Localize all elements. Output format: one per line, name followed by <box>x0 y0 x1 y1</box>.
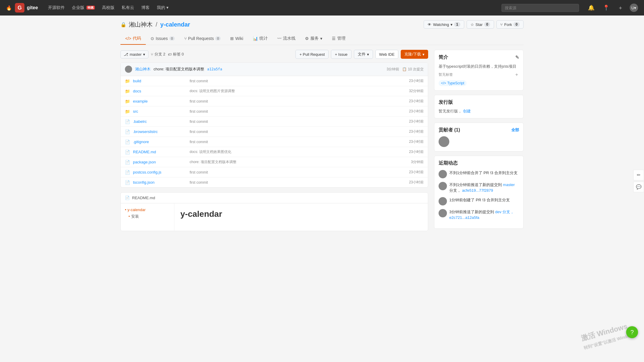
file-link[interactable]: .gitignore <box>133 140 187 144</box>
location-icon[interactable]: 📍 <box>601 4 611 12</box>
search-input[interactable] <box>501 4 579 12</box>
file-commit-msg: first commit <box>190 79 406 83</box>
edit-icon[interactable]: ✎ <box>515 55 519 60</box>
activity-commit-link[interactable]: acfe519...77f2879 <box>462 188 493 193</box>
user-avatar[interactable]: U▾ <box>630 4 638 12</box>
branch-chevron: ▾ <box>143 52 145 57</box>
table-row: 📄 postcss.config.js first commit 23小时前 <box>121 167 428 177</box>
commit-sha[interactable]: a12a5fa <box>207 67 222 71</box>
file-icon: 📄 <box>125 170 130 175</box>
table-row: 📄 package.json chore: 项目配置文档版本调整 3分钟前 <box>121 157 428 167</box>
nav-private[interactable]: 私有云 <box>119 3 137 12</box>
commit-user[interactable]: 湘山神木 <box>135 66 151 72</box>
readme-title: y-calendar <box>180 209 422 219</box>
toc-item[interactable]: •y-calendar <box>125 208 170 212</box>
add-tag-icon[interactable]: ＋ <box>514 72 519 78</box>
tab-pullrequests[interactable]: ⑂ Pull Requests 0 <box>179 33 226 44</box>
file-commit-msg: first commit <box>190 130 406 134</box>
tab-stats[interactable]: 📊 统计 <box>248 33 273 45</box>
file-link[interactable]: .babelrc <box>133 119 187 124</box>
logo-icon: G <box>15 3 24 13</box>
file-link[interactable]: README.md <box>133 150 187 154</box>
file-link[interactable]: postcss.config.js <box>133 170 187 174</box>
file-link[interactable]: example <box>133 99 187 103</box>
all-contributors-link[interactable]: 全部 <box>511 127 519 133</box>
pr-icon: ⑂ <box>184 36 187 41</box>
nav-mine[interactable]: 我的 ▾ <box>154 3 171 12</box>
table-row: 📄 .browserslistrc first commit 23小时前 <box>121 127 428 137</box>
table-row: 📁 build first commit 23小时前 <box>121 76 428 86</box>
tab-issues[interactable]: ⊙ Issues 0 <box>146 33 179 44</box>
star-button[interactable]: ☆ Star 0 <box>467 20 494 29</box>
branch-selector[interactable]: ⎇ master ▾ <box>120 50 148 58</box>
commit-bar: 湘山神木 chore: 项目配置文档版本调整 a12a5fa 3分钟前 📋 10… <box>121 63 428 76</box>
code-tag-icon: </> <box>441 81 446 85</box>
create-release-link[interactable]: 创建 <box>463 109 471 113</box>
toolbar-row: ⎇ master ▾ ⑂ 分支 2 🏷 标签 0 + Pull Request … <box>120 50 428 59</box>
add-icon[interactable]: ＋ <box>616 4 625 12</box>
activity-branch-link[interactable]: master <box>503 182 515 187</box>
typescript-tag[interactable]: </> TypeScript <box>439 80 467 86</box>
file-time: 32分钟前 <box>409 89 424 94</box>
table-row: 📄 tsconfig.json first commit 23小时前 <box>121 177 428 187</box>
site-logo[interactable]: 🔥 G gitee <box>6 3 38 13</box>
repo-owner[interactable]: 湘山神木 <box>129 21 153 29</box>
commit-user-avatar <box>125 66 132 73</box>
file-link[interactable]: docs <box>133 89 187 93</box>
repo-slash: / <box>156 21 157 28</box>
tab-code[interactable]: </> 代码 <box>120 33 146 45</box>
issue-button[interactable]: + Issue <box>331 50 351 59</box>
release-section: 发行版 暂无发行版， 创建 <box>434 95 524 118</box>
file-icon: 📄 <box>125 119 130 124</box>
file-link[interactable]: build <box>133 79 187 83</box>
download-button[interactable]: 克隆/下载 ▾ <box>401 50 428 59</box>
readme-content: •y-calendar •安装 y-calendar <box>121 203 428 231</box>
intro-description: 基于typescript封装的日历依赖，支持js\ts项目 <box>439 64 519 70</box>
content-area: ⎇ master ▾ ⑂ 分支 2 🏷 标签 0 + Pull Request … <box>120 50 524 231</box>
chat-button[interactable]: 💬 <box>633 182 644 192</box>
intro-title: 简介 ✎ <box>439 54 519 61</box>
tab-manage[interactable]: ☰ 管理 <box>327 33 350 45</box>
commit-count: 📋 10 次提交 <box>402 67 424 72</box>
file-icon: 📄 <box>125 129 130 134</box>
pull-request-button[interactable]: + Pull Request <box>295 50 329 59</box>
code-icon: </> <box>125 36 131 41</box>
pipeline-icon: 〰 <box>277 36 281 41</box>
activity-commit-link[interactable]: e2c721...a12a5fa <box>449 215 479 220</box>
main-container: 🔒 湘山神木 / y-calendar 👁 Watching ▾ 1 ☆ Sta… <box>113 16 531 236</box>
readme-header: 📄 README.md <box>121 193 428 203</box>
activity-branch-link[interactable]: dev 分支， <box>495 210 514 214</box>
file-time: 23小时前 <box>409 78 424 83</box>
fork-button[interactable]: ⑂ Fork 0 <box>496 20 524 29</box>
tab-wiki[interactable]: ⊞ Wiki <box>225 33 248 44</box>
side-panel: 简介 ✎ 基于typescript封装的日历依赖，支持js\ts项目 暂无标签 … <box>434 50 524 231</box>
file-commit-msg: first commit <box>190 180 406 185</box>
repo-name[interactable]: y-calendar <box>160 21 190 28</box>
file-link[interactable]: package.json <box>133 160 187 164</box>
enterprise-badge: 特惠 <box>86 6 95 10</box>
file-icon: 📄 <box>125 150 130 154</box>
tab-services[interactable]: ⚙ 服务 ▾ <box>300 33 327 45</box>
toc-item[interactable]: •安装 <box>125 214 170 219</box>
contributor-avatar <box>439 136 449 147</box>
nav-enterprise[interactable]: 企业版 特惠 <box>69 3 98 12</box>
tab-pipeline[interactable]: 〰 流水线 <box>273 33 300 45</box>
folder-icon: 📁 <box>125 79 130 83</box>
file-time: 23小时前 <box>409 170 424 175</box>
file-link[interactable]: src <box>133 109 187 114</box>
file-icon: 📄 <box>125 180 130 185</box>
feedback-button[interactable]: ✏ <box>633 170 644 180</box>
manage-icon: ☰ <box>332 36 336 41</box>
notification-icon[interactable]: 🔔 <box>586 4 596 12</box>
webide-button[interactable]: Web IDE <box>375 50 399 59</box>
nav-university[interactable]: 高校版 <box>99 3 117 12</box>
nav-opensource[interactable]: 开源软件 <box>45 3 68 12</box>
tag-meta: 🏷 标签 0 <box>168 52 184 57</box>
readme-section: 📄 README.md •y-calendar •安装 y-calendar <box>120 192 428 231</box>
watch-button[interactable]: 👁 Watching ▾ 1 <box>424 20 464 29</box>
nav-blog[interactable]: 博客 <box>138 3 153 12</box>
file-link[interactable]: tsconfig.json <box>133 180 187 185</box>
file-link[interactable]: .browserslistrc <box>133 129 187 134</box>
file-button[interactable]: 文件 ▾ <box>354 50 373 59</box>
table-row: 📁 docs docs: 说明文档图片资源调整 32分钟前 <box>121 86 428 96</box>
